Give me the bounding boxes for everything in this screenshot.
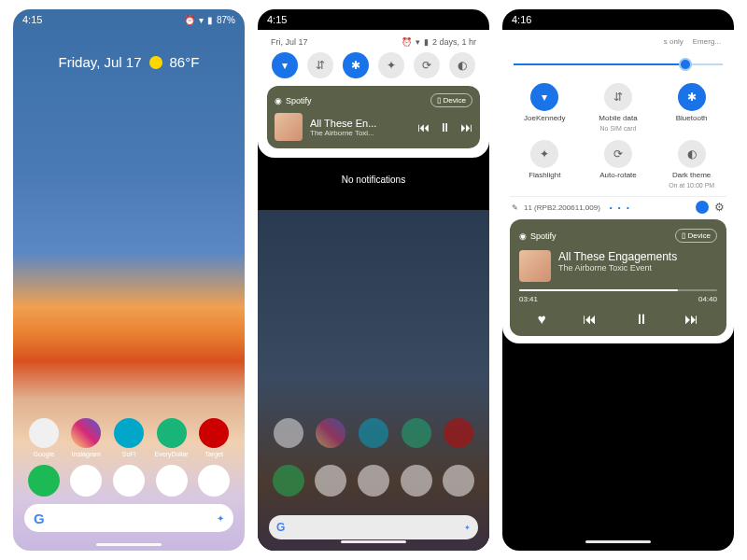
home-screen: 4:15 ⏰ ▾ ▮ 87% Friday, Jul 17 86°F Googl… (13, 9, 245, 551)
assistant-icon: ✦ (464, 524, 471, 532)
weather-sun-icon (149, 56, 162, 69)
date-text: Friday, Jul 17 (59, 54, 142, 70)
dock-app-app3[interactable] (356, 465, 391, 497)
nav-handle[interactable] (585, 540, 651, 543)
dock-app-app4[interactable] (154, 465, 190, 497)
qs-bluetooth[interactable]: ✱ (343, 52, 369, 78)
status-time: 4:15 (22, 14, 42, 25)
dock-app-app4[interactable] (399, 465, 434, 497)
prev-button[interactable]: ⏮ (583, 311, 597, 327)
dock-app-app5[interactable] (196, 465, 232, 497)
brightness-thumb-icon[interactable] (679, 58, 692, 71)
status-text-2: Emerg... (693, 37, 721, 46)
app-everydollar[interactable]: EveryDollar (399, 418, 434, 457)
app-sofi[interactable]: SoFi (111, 418, 147, 457)
app-instagram[interactable]: Instagram (313, 418, 348, 457)
spotify-icon: ◉ (275, 96, 282, 105)
next-button[interactable]: ⏭ (460, 120, 472, 134)
dock-app-app3[interactable] (111, 465, 147, 497)
qs-dark-theme[interactable]: ◐ (449, 52, 475, 78)
quick-settings-expanded: s only Emerg... ▾ JoeKennedy ⇵ Mobile da… (502, 30, 734, 343)
qs-wifi[interactable]: ▾ (272, 52, 298, 78)
alarm-icon: ⏰ (402, 37, 412, 47)
qs-tile-auto-rotate[interactable]: ⟳ Auto-rotate (584, 140, 654, 189)
output-device-chip[interactable]: ▯ Device (675, 229, 717, 243)
duration-time: 04:40 (698, 295, 717, 303)
quick-settings-grid: ▾ JoeKennedy ⇵ Mobile data No SIM card ✱… (510, 83, 726, 189)
qs-mobile-data[interactable]: ⇵ (307, 52, 333, 78)
search-bar-dimmed: G ✦ (269, 515, 478, 539)
battery-icon: ▮ (207, 15, 213, 25)
dock-app-spotify[interactable] (26, 465, 62, 497)
dock-app-app5[interactable] (441, 465, 476, 497)
google-logo-icon: G (276, 521, 285, 534)
album-art (275, 113, 303, 141)
track-title: All These En... (310, 118, 410, 129)
dock-app-twitter[interactable] (68, 465, 104, 497)
qs-flashlight-icon: ✦ (530, 140, 558, 168)
app-google[interactable]: Google (271, 418, 306, 457)
pause-button[interactable]: ⏸ (439, 120, 451, 134)
qs-tile-flashlight[interactable]: ✦ Flashlight (510, 140, 580, 189)
qs-tile-bluetooth[interactable]: ✱ Bluetooth (656, 83, 726, 133)
status-icons: ⏰ ▾ ▮ 87% (184, 15, 235, 25)
media-card[interactable]: ◉ Spotify ▯ Device All These En... The A… (267, 86, 480, 148)
qs-mobile-data-icon: ⇵ (604, 83, 632, 111)
battery-icon: ▮ (424, 37, 429, 47)
dock-app-twitter[interactable] (313, 465, 348, 497)
qs-auto-rotate-icon: ⟳ (604, 140, 632, 168)
qs-tile-dark-theme[interactable]: ◐ Dark theme On at 10:00 PM (656, 140, 726, 189)
device-icon: ▯ (682, 231, 685, 240)
app-google[interactable]: Google (26, 418, 62, 457)
status-text-1: s only (664, 37, 684, 46)
wifi-icon: ▾ (199, 15, 204, 25)
pause-button[interactable]: ⏸ (634, 311, 648, 327)
notification-shade-collapsed: Google Instagram SoFi EveryDollar Target (258, 9, 489, 551)
qs-tile-wifi[interactable]: ▾ JoeKennedy (510, 83, 580, 133)
nav-handle[interactable] (341, 540, 406, 543)
settings-gear-icon[interactable]: ⚙ (714, 201, 725, 214)
like-button[interactable]: ♥ (538, 311, 546, 327)
app-instagram[interactable]: Instagram (68, 418, 104, 457)
app-target[interactable]: Target (441, 418, 476, 457)
qs-wifi-icon: ▾ (530, 83, 558, 111)
dock (13, 465, 245, 497)
qs-bluetooth-icon: ✱ (678, 83, 706, 111)
spotify-icon: ◉ (519, 231, 527, 241)
device-icon: ▯ (437, 96, 441, 105)
shade-date: Fri, Jul 17 (271, 37, 308, 47)
elapsed-time: 03:41 (519, 295, 538, 303)
media-app-name: Spotify (286, 96, 312, 105)
status-bar: 4:16 (502, 9, 734, 30)
edit-icon[interactable]: ✎ (512, 203, 518, 212)
brightness-slider[interactable] (514, 55, 723, 74)
nav-handle[interactable] (96, 543, 162, 546)
app-sofi[interactable]: SoFi (356, 418, 391, 457)
media-app-name: Spotify (530, 231, 557, 241)
battery-pct: 87% (217, 15, 235, 25)
app-everydollar[interactable]: EveryDollar (154, 418, 190, 457)
output-device-chip[interactable]: ▯ Device (430, 93, 472, 107)
media-card-expanded[interactable]: ◉ Spotify ▯ Device All These Engagements… (510, 219, 726, 336)
shade-right-text: 2 days, 1 hr (432, 37, 476, 47)
date-weather-widget[interactable]: Friday, Jul 17 86°F (13, 54, 245, 70)
app-target[interactable]: Target (196, 418, 232, 457)
album-art (519, 250, 551, 282)
user-icon[interactable] (696, 201, 709, 214)
next-button[interactable]: ⏭ (684, 311, 698, 327)
qs-auto-rotate[interactable]: ⟳ (414, 52, 440, 78)
prev-button[interactable]: ⏮ (417, 120, 430, 134)
wifi-icon: ▾ (416, 37, 420, 47)
alarm-icon: ⏰ (184, 15, 195, 25)
qs-flashlight[interactable]: ✦ (378, 52, 404, 78)
page-indicator: • • • (610, 203, 631, 212)
assistant-icon[interactable]: ✦ (217, 513, 224, 524)
track-artist: The Airborne Toxic Event (558, 263, 717, 273)
status-time: 4:16 (512, 14, 531, 25)
status-bar: 4:15 ⏰ ▾ ▮ 87% (13, 9, 245, 30)
qs-tile-mobile-data[interactable]: ⇵ Mobile data No SIM card (584, 83, 654, 133)
search-bar[interactable]: G ✦ (24, 504, 233, 532)
dock-app-spotify[interactable] (271, 465, 306, 497)
progress-bar[interactable] (519, 289, 717, 291)
quick-settings-shade: Fri, Jul 17 ⏰ ▾ ▮ 2 days, 1 hr ▾⇵✱✦⟳◐ ◉ … (258, 30, 489, 158)
